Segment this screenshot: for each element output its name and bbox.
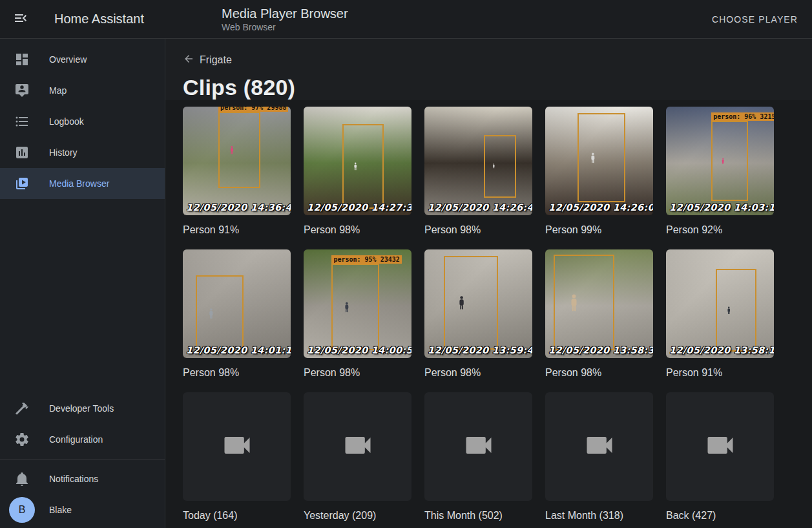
sidebar-item-configuration[interactable]: Configuration — [0, 424, 165, 455]
clip-thumbnail: person: 97% 2998812/05/2020 14:36:47 — [183, 107, 291, 215]
folder-card[interactable]: Today (164) — [183, 392, 291, 522]
timestamp-overlay: 12/05/2020 14:26:48 — [428, 202, 532, 213]
home-assistant-app: Home Assistant Media Player Browser Web … — [0, 0, 812, 528]
detection-bounding-box — [342, 124, 383, 209]
clip-thumbnail: person: 95% 2343212/05/2020 14:00:52 — [304, 249, 411, 358]
sidebar-item-notifications[interactable]: Notifications — [0, 463, 165, 494]
clip-thumbnail: 12/05/2020 14:27:35 — [304, 107, 411, 215]
folder-card[interactable]: Back (427) — [666, 392, 774, 522]
clip-label: Person 91% — [183, 224, 291, 237]
sidebar-item-label: Developer Tools — [49, 403, 114, 414]
video-icon — [703, 428, 737, 465]
clip-card[interactable]: 12/05/2020 14:01:14Person 98% — [183, 249, 291, 379]
panel-subtitle: Web Browser — [222, 21, 348, 33]
folder-thumbnail — [183, 392, 291, 501]
timestamp-overlay: 12/05/2020 14:27:35 — [307, 202, 411, 213]
sidebar-bottom: Notifications B Blake — [0, 463, 165, 528]
detection-bounding-box — [484, 135, 516, 198]
main-panel: Frigate Clips (820) person: 97% 2998812/… — [165, 39, 812, 528]
detection-bounding-box — [196, 275, 243, 352]
panel-title: Media Player Browser — [222, 6, 348, 21]
sidebar-item-developer-tools[interactable]: Developer Tools — [0, 393, 165, 424]
user-name: Blake — [49, 505, 72, 515]
clips-grid: person: 97% 2998812/05/2020 14:36:47Pers… — [183, 107, 812, 522]
folder-card[interactable]: Last Month (318) — [545, 392, 653, 522]
clip-label: Person 98% — [424, 366, 532, 379]
panel-heading: Media Player Browser Web Browser — [222, 6, 348, 33]
clips-content: person: 97% 2998812/05/2020 14:36:47Pers… — [165, 100, 812, 528]
user-avatar: B — [9, 497, 35, 523]
sidebar-item-label: Overview — [49, 54, 87, 65]
breadcrumb-label: Frigate — [200, 54, 232, 66]
media-browser-icon — [14, 176, 30, 191]
timestamp-overlay: 12/05/2020 14:00:52 — [307, 345, 411, 355]
video-icon — [583, 428, 616, 465]
detection-bounding-box — [578, 113, 625, 202]
person-silhouette — [458, 260, 484, 349]
thumbnail-shading — [424, 107, 532, 215]
clip-thumbnail: 12/05/2020 13:58:17 — [666, 249, 774, 358]
folder-thumbnail — [424, 392, 532, 501]
clip-card[interactable]: 12/05/2020 14:27:35Person 98% — [304, 107, 411, 237]
sidebar-item-user[interactable]: B Blake — [0, 494, 165, 525]
detection-label: person: 95% 23432 — [331, 255, 401, 264]
sidebar-item-media-browser[interactable]: Media Browser — [0, 168, 165, 199]
clip-card[interactable]: 12/05/2020 13:58:17Person 91% — [666, 249, 774, 379]
sidebar-toggle-button[interactable] — [0, 0, 41, 39]
clip-label: Person 98% — [545, 366, 653, 379]
dashboard-icon — [14, 52, 30, 67]
sidebar-nav: OverviewMapLogbookHistoryMedia Browser — [0, 44, 165, 199]
folder-card[interactable]: This Month (502) — [424, 392, 532, 522]
clip-card[interactable]: 12/05/2020 13:59:49Person 98% — [424, 249, 532, 379]
clip-thumbnail: 12/05/2020 14:26:48 — [424, 107, 532, 215]
clip-card[interactable]: 12/05/2020 14:26:48Person 98% — [424, 107, 532, 237]
clip-label: Person 91% — [666, 366, 774, 379]
folder-thumbnail — [304, 392, 411, 501]
clip-card[interactable]: person: 95% 2343212/05/2020 14:00:52Pers… — [304, 249, 411, 379]
folder-label: This Month (502) — [424, 509, 532, 522]
configuration-icon — [14, 432, 30, 447]
folder-label: Today (164) — [183, 509, 291, 522]
sidebar-item-label: Configuration — [49, 434, 103, 445]
person-silhouette — [208, 279, 231, 351]
clip-label: Person 92% — [666, 224, 774, 237]
clip-thumbnail: person: 96% 3215412/05/2020 14:03:17 — [666, 107, 774, 215]
person-silhouette — [721, 124, 738, 200]
breadcrumb-back-button[interactable]: Frigate — [183, 53, 232, 67]
clip-label: Person 98% — [304, 224, 411, 237]
map-icon — [14, 83, 30, 98]
sidebar-nav-bottom: Developer ToolsConfiguration — [0, 393, 165, 455]
sidebar-item-map[interactable]: Map — [0, 75, 165, 106]
choose-player-button[interactable]: CHOOSE PLAYER — [707, 8, 803, 31]
top-app-bar: Home Assistant Media Player Browser Web … — [0, 0, 812, 39]
person-silhouette — [344, 268, 367, 350]
person-silhouette — [229, 115, 249, 187]
media-browser-header: Frigate Clips (820) — [165, 39, 812, 100]
clip-thumbnail: 12/05/2020 14:01:14 — [183, 249, 291, 358]
person-silhouette — [590, 117, 612, 202]
video-icon — [462, 428, 495, 465]
person-silhouette — [727, 273, 746, 351]
sidebar-item-overview[interactable]: Overview — [0, 44, 165, 75]
sidebar-spacer — [0, 199, 165, 393]
clip-label: Person 99% — [545, 224, 653, 237]
clip-label: Person 98% — [304, 366, 411, 379]
detection-bounding-box: person: 97% 29988 — [218, 112, 260, 188]
detection-bounding-box: person: 96% 32154 — [711, 121, 748, 201]
sidebar-item-label: Map — [49, 85, 67, 96]
clip-card[interactable]: person: 97% 2998812/05/2020 14:36:47Pers… — [183, 107, 291, 237]
notifications-label: Notifications — [49, 474, 98, 484]
clip-card[interactable]: 12/05/2020 14:26:07Person 99% — [545, 107, 653, 237]
folder-thumbnail — [666, 392, 774, 501]
sidebar-item-logbook[interactable]: Logbook — [0, 106, 165, 137]
timestamp-overlay: 12/05/2020 13:59:49 — [428, 345, 532, 355]
person-silhouette — [570, 259, 599, 350]
developer-tools-icon — [14, 401, 30, 416]
detection-label: person: 97% 29988 — [218, 107, 288, 112]
folder-card[interactable]: Yesterday (209) — [304, 392, 411, 522]
clip-card[interactable]: person: 96% 3215412/05/2020 14:03:17Pers… — [666, 107, 774, 237]
clip-card[interactable]: 12/05/2020 13:58:30Person 98% — [545, 249, 653, 379]
sidebar-item-label: Logbook — [49, 116, 84, 127]
sidebar-item-history[interactable]: History — [0, 137, 165, 168]
page-title: Clips (820) — [183, 75, 812, 100]
